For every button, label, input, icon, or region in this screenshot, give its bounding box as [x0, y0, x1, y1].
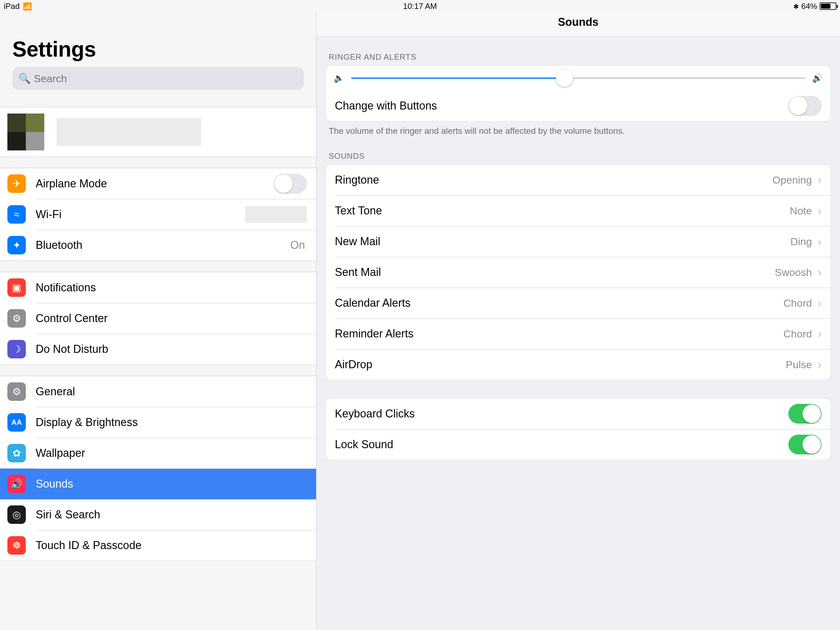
sidebar-item-label: Airplane Mode: [36, 177, 274, 190]
sidebar-item-wallpaper[interactable]: ✿ Wallpaper: [0, 438, 316, 469]
sound-row[interactable]: Reminder AlertsChord›: [325, 318, 831, 349]
row-value: Pulse: [786, 359, 812, 371]
bluetooth-value: On: [290, 239, 305, 252]
battery-icon: [820, 2, 836, 10]
sidebar-item-label: Wi-Fi: [36, 208, 245, 221]
row-label: AirDrop: [335, 358, 786, 371]
volume-low-icon: 🔈: [333, 73, 344, 83]
sidebar-item-touchid[interactable]: ☸ Touch ID & Passcode: [0, 530, 316, 561]
sidebar-item-label: Siri & Search: [36, 508, 307, 521]
sidebar-item-siri[interactable]: ◎ Siri & Search: [0, 499, 316, 530]
notifications-icon: ▣: [7, 279, 26, 297]
row-label: Reminder Alerts: [335, 327, 783, 340]
chevron-right-icon: ›: [818, 297, 821, 309]
page-title: Settings: [12, 37, 304, 62]
sound-row[interactable]: RingtoneOpening›: [325, 165, 831, 195]
display-icon: AA: [7, 413, 26, 432]
row-label: Keyboard Clicks: [335, 407, 788, 420]
sounds-icon: 🔊: [7, 475, 26, 493]
sidebar-item-label: Bluetooth: [36, 239, 290, 252]
row-value: Swoosh: [775, 266, 812, 279]
wifi-icon: [23, 2, 32, 11]
row-label: Ringtone: [335, 174, 772, 187]
keyboard-clicks-toggle[interactable]: [788, 404, 821, 424]
sidebar-item-label: Control Center: [36, 312, 307, 325]
sidebar-item-label: Display & Brightness: [36, 416, 307, 429]
profile-name-redacted: [57, 118, 201, 146]
wifi-settings-icon: ≈: [7, 205, 26, 224]
lock-sound-row[interactable]: Lock Sound: [325, 429, 831, 460]
sidebar-item-notifications[interactable]: ▣ Notifications: [0, 272, 316, 303]
sidebar-item-airplane[interactable]: ✈ Airplane Mode: [0, 168, 316, 199]
sound-row[interactable]: Calendar AlertsChord›: [325, 288, 831, 318]
dnd-icon: ☽: [7, 340, 26, 358]
sidebar-item-sounds[interactable]: 🔊 Sounds: [0, 469, 316, 499]
chevron-right-icon: ›: [818, 204, 821, 217]
bluetooth-settings-icon: ✦: [7, 236, 26, 255]
sidebar-item-label: Sounds: [36, 477, 307, 490]
gear-icon: ⚙: [7, 382, 26, 401]
clock: 10:17 AM: [403, 2, 437, 11]
airplane-toggle[interactable]: [274, 174, 307, 193]
sidebar-item-label: Notifications: [36, 281, 307, 294]
keyboard-clicks-row[interactable]: Keyboard Clicks: [325, 398, 831, 429]
change-with-buttons-row[interactable]: Change with Buttons: [325, 90, 831, 121]
lock-sound-toggle[interactable]: [788, 435, 821, 454]
volume-slider[interactable]: [351, 78, 805, 79]
battery-label: 64%: [801, 2, 817, 11]
chevron-right-icon: ›: [818, 174, 821, 186]
sound-row[interactable]: AirDropPulse›: [325, 349, 831, 380]
avatar: [7, 114, 44, 150]
sound-row[interactable]: Sent MailSwoosh›: [325, 257, 831, 288]
profile-row[interactable]: [0, 108, 316, 157]
sidebar-item-label: Do Not Disturb: [36, 343, 307, 356]
sidebar-item-bluetooth[interactable]: ✦ Bluetooth On: [0, 230, 316, 261]
row-label: Change with Buttons: [335, 99, 788, 112]
sidebar-item-label: Wallpaper: [36, 446, 307, 459]
row-label: Text Tone: [335, 204, 790, 217]
row-value: Chord: [783, 328, 812, 340]
row-value: Ding: [791, 236, 812, 248]
sidebar: Settings 🔍 ✈ Airplane Mode ≈ Wi-Fi: [0, 0, 316, 630]
change-with-buttons-toggle[interactable]: [788, 96, 821, 116]
row-label: Calendar Alerts: [335, 296, 783, 309]
sound-row[interactable]: Text ToneNote›: [325, 195, 831, 226]
airplane-icon: ✈: [7, 174, 26, 193]
volume-high-icon: 🔊: [812, 73, 823, 83]
row-label: Sent Mail: [335, 266, 775, 279]
sidebar-item-wifi[interactable]: ≈ Wi-Fi: [0, 199, 316, 230]
bluetooth-icon: [793, 2, 799, 11]
row-value: Note: [790, 205, 812, 217]
siri-icon: ◎: [7, 505, 26, 524]
section-footer-ringer: The volume of the ringer and alerts will…: [316, 121, 840, 136]
section-header-ringer: RINGER AND ALERTS: [316, 37, 840, 65]
sidebar-item-label: Touch ID & Passcode: [36, 539, 307, 552]
chevron-right-icon: ›: [818, 235, 821, 248]
section-header-sounds: SOUNDS: [316, 136, 840, 165]
row-label: New Mail: [335, 235, 791, 248]
wallpaper-icon: ✿: [7, 444, 26, 462]
row-value: Chord: [783, 297, 812, 309]
sidebar-item-controlcenter[interactable]: ⚙ Control Center: [0, 303, 316, 334]
chevron-right-icon: ›: [818, 266, 821, 279]
controlcenter-icon: ⚙: [7, 309, 26, 328]
volume-slider-row: 🔈 🔊: [325, 65, 831, 90]
wifi-value-redacted: [245, 206, 307, 223]
sidebar-item-display[interactable]: AA Display & Brightness: [0, 407, 316, 438]
chevron-right-icon: ›: [818, 328, 821, 340]
detail-pane: Sounds RINGER AND ALERTS 🔈 🔊 Change with…: [316, 0, 840, 630]
status-bar: iPad 10:17 AM 64%: [0, 0, 840, 12]
search-icon: 🔍: [19, 73, 31, 84]
touchid-icon: ☸: [7, 536, 26, 555]
search-field[interactable]: 🔍: [12, 67, 304, 90]
row-value: Opening: [772, 174, 812, 186]
sidebar-item-dnd[interactable]: ☽ Do Not Disturb: [0, 334, 316, 364]
chevron-right-icon: ›: [818, 358, 821, 371]
sound-row[interactable]: New MailDing›: [325, 226, 831, 257]
sidebar-item-label: General: [36, 385, 307, 398]
row-label: Lock Sound: [335, 438, 788, 451]
sidebar-item-general[interactable]: ⚙ General: [0, 376, 316, 407]
device-label: iPad: [4, 2, 20, 11]
search-input[interactable]: [34, 73, 298, 85]
